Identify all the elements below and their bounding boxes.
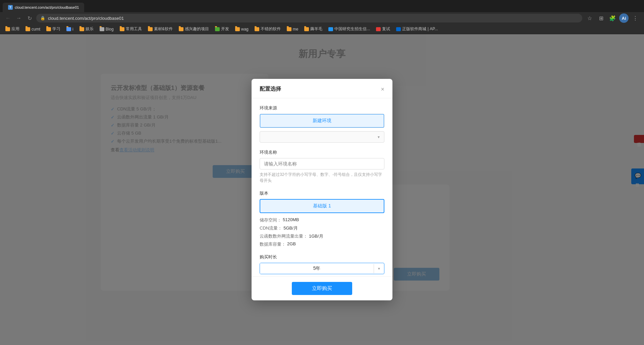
profile-icon[interactable]: Ai	[619, 13, 629, 23]
version-label: 版本	[260, 190, 384, 196]
bookmark-folder-icon	[66, 27, 71, 31]
bookmark-me[interactable]: me	[284, 26, 301, 32]
bookmark-wag[interactable]: wag	[232, 26, 251, 32]
grid-icon[interactable]: ⊞	[596, 13, 606, 23]
spec-outbound-label: 云函数数外网流量出量：	[260, 233, 308, 239]
bookmark-label: 素材&软件	[154, 26, 173, 32]
bookmark-label: 应用	[11, 26, 19, 32]
bookmark-folder-icon	[215, 27, 220, 31]
env-name-input[interactable]	[260, 158, 384, 169]
bookmark-label: 复试	[382, 26, 390, 32]
extensions-icon[interactable]: 🧩	[608, 13, 617, 23]
bookmark-folder-icon	[255, 27, 259, 31]
tab-label: cloud.tencent.com/act/pro/cloudbase01	[15, 5, 79, 9]
browser-toolbar: ← → ↻ 🔒 cloud.tencent.com/act/pro/cloudb…	[0, 12, 644, 24]
bookmark-folder-icon	[235, 27, 240, 31]
version-button[interactable]: 基础版 1	[260, 199, 384, 213]
bookmark-folder-icon	[46, 27, 51, 31]
bookmark-label: 中国研究生招生信...	[334, 26, 370, 32]
version-section: 版本 基础版 1 储存空间： 5120MB CDN流量： 5GB/月 云函数数外…	[260, 190, 384, 247]
duration-input[interactable]	[260, 263, 374, 274]
bookmark-appstore[interactable]: 正版软件商城 | AP...	[393, 26, 440, 33]
bookmark-study[interactable]: 学习	[44, 26, 63, 33]
reload-button[interactable]: ↻	[25, 14, 34, 22]
spec-db-label: 数据库容量：	[260, 241, 286, 247]
env-source-existing-wrapper	[260, 131, 384, 143]
bookmark-label: 常用工具	[126, 26, 142, 32]
bookmark-label: 学习	[52, 26, 60, 32]
bookmark-software[interactable]: 不错的软件	[252, 26, 283, 33]
spec-storage-label: 储存空间：	[260, 217, 281, 223]
active-tab[interactable]: T cloud.tencent.com/act/pro/cloudbase01	[3, 3, 84, 12]
modal-title: 配置选择	[260, 86, 281, 93]
duration-wrapper: ▼	[260, 263, 384, 274]
spec-outbound: 云函数数外网流量出量： 1GB/月	[260, 233, 384, 239]
bookmark-postgrad[interactable]: 中国研究生招生信...	[326, 26, 373, 33]
bookmark-materials[interactable]: 素材&软件	[145, 26, 175, 33]
bookmark-folder-icon	[79, 27, 84, 31]
back-button[interactable]: ←	[4, 14, 12, 22]
spec-db-value: 2GB	[287, 241, 296, 247]
bookmark-folder-icon	[287, 27, 291, 31]
modal-purchase-button[interactable]: 立即购买	[292, 282, 352, 295]
menu-icon[interactable]: ⋮	[631, 13, 640, 23]
bookmark-i[interactable]: i	[64, 26, 76, 32]
bookmark-site-icon	[376, 27, 381, 31]
bookmark-star-icon[interactable]: ☆	[585, 13, 594, 23]
bookmark-label: 薅羊毛	[310, 26, 322, 32]
bookmark-label: 感兴趣的项目	[185, 26, 209, 32]
bookmark-folder-icon	[120, 27, 124, 31]
bookmark-tools[interactable]: 常用工具	[117, 26, 145, 33]
bookmark-label: 正版软件商城 | AP...	[402, 26, 438, 32]
browser-tabs-bar: T cloud.tencent.com/act/pro/cloudbase01	[0, 0, 644, 12]
tab-favicon: T	[8, 5, 13, 10]
spec-storage: 储存空间： 5120MB	[260, 217, 384, 223]
env-name-label: 环境名称	[260, 149, 384, 155]
bookmark-label: i	[72, 27, 73, 32]
duration-label: 购买时长	[260, 254, 384, 260]
modal-close-button[interactable]: ×	[381, 86, 384, 92]
address-bar[interactable]: 🔒 cloud.tencent.com/act/pro/cloudbase01	[36, 14, 582, 22]
spec-cdn-label: CDN流量：	[260, 225, 282, 231]
env-source-section: 环境来源 新建环境	[260, 105, 384, 143]
config-modal: 配置选择 × 环境来源 新建环境 环境名称 支持不超过32个字符的	[252, 79, 392, 300]
bookmark-label: cumt	[32, 27, 40, 32]
bookmark-cumt[interactable]: cumt	[23, 26, 43, 32]
browser-chrome: T cloud.tencent.com/act/pro/cloudbase01 …	[0, 0, 644, 24]
bookmark-entertainment[interactable]: 娱乐	[77, 26, 96, 33]
spec-db: 数据库容量： 2GB	[260, 241, 384, 247]
bookmark-label: wag	[241, 27, 249, 32]
bookmark-folder-icon	[25, 27, 30, 31]
modal-header: 配置选择 ×	[252, 79, 392, 98]
spec-outbound-value: 1GB/月	[309, 233, 323, 239]
bookmark-label: 娱乐	[86, 26, 94, 32]
bookmark-folder-icon	[100, 27, 104, 31]
env-source-label: 环境来源	[260, 105, 384, 111]
bookmark-folder-icon	[5, 27, 10, 31]
bookmark-folder-icon	[179, 27, 183, 31]
page-background: 新用户专享 云开发标准型（基础版1）资源套餐 适合快速实践和验证项目创意，支持1…	[0, 34, 644, 345]
address-text: cloud.tencent.com/act/pro/cloudbase01	[48, 16, 124, 21]
bookmark-label: 开发	[221, 26, 229, 32]
bookmark-site-icon	[396, 27, 401, 31]
bookmark-label: Blog	[106, 27, 114, 32]
bookmark-apps[interactable]: 应用	[3, 26, 22, 33]
bookmark-exam[interactable]: 复试	[373, 26, 393, 33]
env-source-existing-select[interactable]	[260, 131, 384, 143]
bookmark-blog[interactable]: Blog	[97, 26, 116, 32]
duration-dropdown-arrow[interactable]: ▼	[374, 264, 384, 273]
spec-storage-value: 5120MB	[283, 217, 299, 223]
modal-footer: 立即购买	[252, 276, 392, 300]
env-source-new-button[interactable]: 新建环境	[260, 114, 384, 128]
bookmarks-bar: 应用 cumt 学习 i 娱乐 Blog 常用工具 素材&软件 感兴趣的项目 开…	[0, 24, 644, 34]
bookmark-folder-icon	[148, 27, 153, 31]
env-name-hint: 支持不超过32个字符的小写字母、数字、-符号组合，且仅支持小写字母开头	[260, 171, 384, 184]
bookmark-dev[interactable]: 开发	[212, 26, 232, 33]
lock-icon: 🔒	[40, 16, 45, 20]
forward-button[interactable]: →	[15, 14, 23, 22]
bookmark-interests[interactable]: 感兴趣的项目	[176, 26, 212, 33]
bookmark-folder-icon	[304, 27, 309, 31]
modal-body: 环境来源 新建环境 环境名称 支持不超过32个字符的小写字母、数字、-符号组合，…	[252, 98, 392, 276]
bookmark-wool[interactable]: 薅羊毛	[302, 26, 325, 33]
bookmark-site-icon	[328, 27, 333, 31]
